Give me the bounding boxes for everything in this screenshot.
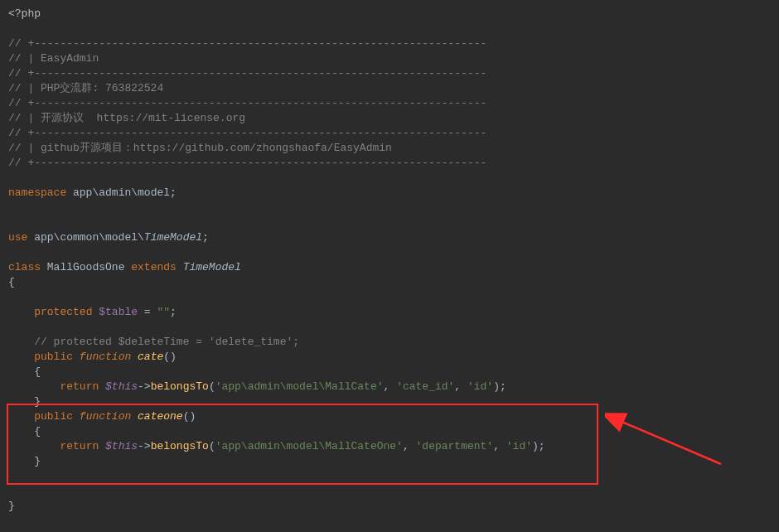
fn-belongsto: belongsTo bbox=[151, 380, 209, 393]
string-id: 'id' bbox=[467, 380, 493, 393]
kw-public: public bbox=[34, 410, 73, 423]
kw-return: return bbox=[60, 380, 99, 393]
var-this: $this bbox=[99, 380, 138, 393]
comment-line: // +------------------------------------… bbox=[8, 127, 486, 139]
fn-cate: cate bbox=[131, 351, 163, 363]
kw-return: return bbox=[60, 440, 99, 452]
class-name: MallGoodsOne bbox=[41, 261, 131, 273]
use-type: TimeModel bbox=[144, 231, 202, 244]
fn-cateone: cateone bbox=[131, 410, 182, 423]
kw-public: public bbox=[34, 351, 73, 363]
php-open-tag: <?php bbox=[8, 7, 41, 20]
comment-line: // +------------------------------------… bbox=[8, 37, 486, 50]
comment-line: // +------------------------------------… bbox=[8, 67, 486, 80]
var-this: $this bbox=[99, 440, 138, 452]
comment-line: // | EasyAdmin bbox=[8, 52, 99, 65]
ns-path: app\admin\model; bbox=[66, 186, 177, 199]
kw-extends: extends bbox=[131, 261, 177, 273]
string-id: 'id' bbox=[506, 440, 532, 452]
string-empty: "" bbox=[157, 306, 170, 318]
var-table: $table bbox=[92, 306, 138, 318]
string-mallcate: 'app\admin\model\MallCate' bbox=[215, 380, 384, 393]
brace-close: } bbox=[8, 500, 15, 512]
kw-function: function bbox=[73, 410, 131, 423]
extends-type: TimeModel bbox=[177, 261, 241, 273]
code-block: <?php // +------------------------------… bbox=[0, 7, 779, 514]
fn-belongsto: belongsTo bbox=[151, 440, 209, 452]
string-department: 'department' bbox=[416, 440, 494, 452]
comment-deletetime: // protected $deleteTime = 'delete_time'… bbox=[34, 336, 299, 348]
use-path: app\common\model\ bbox=[27, 231, 143, 244]
kw-use: use bbox=[8, 231, 27, 244]
kw-namespace: namespace bbox=[8, 186, 66, 199]
kw-protected: protected bbox=[34, 306, 92, 318]
comment-line: // | PHP交流群: 763822524 bbox=[8, 82, 163, 94]
string-cateid: 'cate_id' bbox=[396, 380, 454, 393]
kw-class: class bbox=[8, 261, 41, 273]
string-mallcateone: 'app\admin\model\MallCateOne' bbox=[215, 440, 403, 452]
comment-line: // | 开源协议 https://mit-license.org bbox=[8, 112, 245, 124]
comment-line: // | github开源项目：https://github.com/zhong… bbox=[8, 142, 392, 154]
brace-open: { bbox=[8, 276, 15, 288]
semicolon: ; bbox=[202, 231, 209, 244]
comment-line: // +------------------------------------… bbox=[8, 157, 486, 169]
comment-line: // +------------------------------------… bbox=[8, 97, 486, 109]
kw-function: function bbox=[73, 351, 131, 363]
